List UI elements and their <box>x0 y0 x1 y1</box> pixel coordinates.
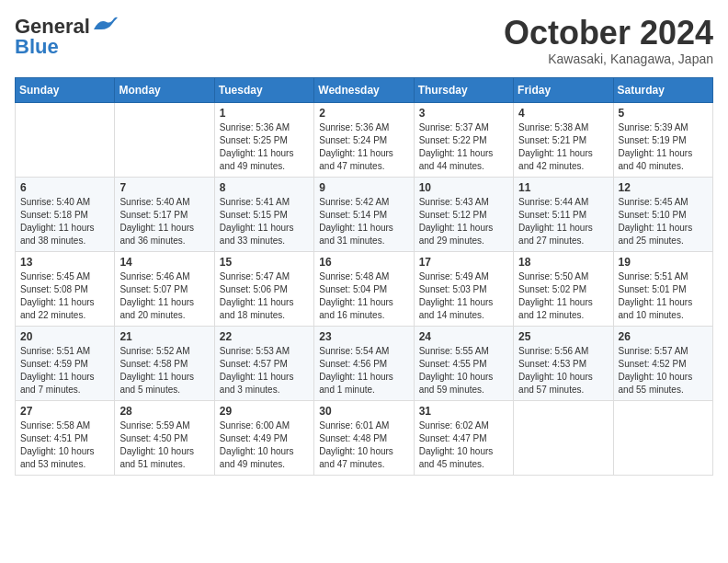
sunrise: Sunrise: 5:40 AM <box>20 197 90 207</box>
daylight: Daylight: 10 hours and 53 minutes. <box>20 446 95 469</box>
calendar-cell: 19Sunrise: 5:51 AMSunset: 5:01 PMDayligh… <box>613 251 712 326</box>
sunrise: Sunrise: 5:40 AM <box>119 197 189 207</box>
cell-content: Sunrise: 5:49 AMSunset: 5:03 PMDaylight:… <box>419 270 508 322</box>
calendar-cell: 4Sunrise: 5:38 AMSunset: 5:21 PMDaylight… <box>514 102 613 177</box>
sunset: Sunset: 4:59 PM <box>20 359 88 369</box>
sunrise: Sunrise: 5:39 AM <box>619 122 688 132</box>
daylight: Daylight: 11 hours and 36 minutes. <box>119 223 194 246</box>
location: Kawasaki, Kanagawa, Japan <box>504 52 713 66</box>
calendar-header-row: SundayMondayTuesdayWednesdayThursdayFrid… <box>16 77 713 102</box>
day-header-tuesday: Tuesday <box>214 77 313 102</box>
sunset: Sunset: 5:12 PM <box>419 210 487 220</box>
day-number: 2 <box>319 107 408 120</box>
sunset: Sunset: 4:49 PM <box>220 433 288 443</box>
calendar-cell: 22Sunrise: 5:53 AMSunset: 4:57 PMDayligh… <box>214 326 313 400</box>
day-number: 20 <box>20 330 109 343</box>
day-number: 13 <box>20 256 109 269</box>
cell-content: Sunrise: 6:00 AMSunset: 4:49 PMDaylight:… <box>220 419 309 471</box>
cell-content: Sunrise: 5:36 AMSunset: 5:25 PMDaylight:… <box>220 121 309 173</box>
calendar-cell: 28Sunrise: 5:59 AMSunset: 4:50 PMDayligh… <box>115 400 214 475</box>
day-number: 17 <box>419 256 508 269</box>
calendar-cell: 1Sunrise: 5:36 AMSunset: 5:25 PMDaylight… <box>214 102 313 177</box>
calendar-cell: 11Sunrise: 5:44 AMSunset: 5:11 PMDayligh… <box>514 177 613 251</box>
sunset: Sunset: 5:11 PM <box>518 210 586 220</box>
sunset: Sunset: 5:15 PM <box>220 210 288 220</box>
sunrise: Sunrise: 5:45 AM <box>20 271 90 282</box>
cell-content: Sunrise: 5:56 AMSunset: 4:53 PMDaylight:… <box>518 345 608 396</box>
calendar-cell: 26Sunrise: 5:57 AMSunset: 4:52 PMDayligh… <box>613 326 712 400</box>
calendar-week-row: 27Sunrise: 5:58 AMSunset: 4:51 PMDayligh… <box>16 400 713 475</box>
calendar-cell: 16Sunrise: 5:48 AMSunset: 5:04 PMDayligh… <box>314 251 414 326</box>
sunset: Sunset: 4:56 PM <box>319 359 387 369</box>
calendar-week-row: 1Sunrise: 5:36 AMSunset: 5:25 PMDaylight… <box>16 102 713 177</box>
calendar-cell: 14Sunrise: 5:46 AMSunset: 5:07 PMDayligh… <box>115 251 214 326</box>
sunrise: Sunrise: 5:45 AM <box>619 197 688 207</box>
sunset: Sunset: 4:53 PM <box>518 359 586 369</box>
daylight: Daylight: 11 hours and 10 minutes. <box>619 297 693 320</box>
sunset: Sunset: 5:24 PM <box>319 135 387 145</box>
daylight: Daylight: 11 hours and 33 minutes. <box>220 223 294 246</box>
daylight: Daylight: 10 hours and 47 minutes. <box>319 446 393 469</box>
day-number: 5 <box>619 107 708 120</box>
day-number: 19 <box>619 256 708 269</box>
calendar-cell: 7Sunrise: 5:40 AMSunset: 5:17 PMDaylight… <box>115 177 214 251</box>
sunrise: Sunrise: 5:49 AM <box>419 271 489 282</box>
daylight: Daylight: 10 hours and 51 minutes. <box>119 446 194 469</box>
day-number: 28 <box>119 405 209 418</box>
calendar-cell <box>514 400 613 475</box>
month-title: October 2024 <box>504 15 713 52</box>
sunrise: Sunrise: 5:50 AM <box>518 271 588 282</box>
sunset: Sunset: 5:18 PM <box>20 210 88 220</box>
day-number: 8 <box>220 181 309 194</box>
calendar-cell: 17Sunrise: 5:49 AMSunset: 5:03 PMDayligh… <box>414 251 513 326</box>
daylight: Daylight: 11 hours and 3 minutes. <box>220 372 294 395</box>
cell-content: Sunrise: 5:40 AMSunset: 5:17 PMDaylight:… <box>119 196 209 247</box>
daylight: Daylight: 11 hours and 44 minutes. <box>419 148 494 171</box>
daylight: Daylight: 11 hours and 14 minutes. <box>419 297 494 320</box>
daylight: Daylight: 10 hours and 57 minutes. <box>518 372 593 395</box>
daylight: Daylight: 11 hours and 29 minutes. <box>419 223 494 246</box>
sunrise: Sunrise: 6:00 AM <box>220 420 290 431</box>
daylight: Daylight: 11 hours and 38 minutes. <box>20 223 95 246</box>
day-number: 3 <box>419 107 508 120</box>
sunset: Sunset: 4:51 PM <box>20 433 88 443</box>
sunrise: Sunrise: 5:52 AM <box>119 346 189 356</box>
day-header-wednesday: Wednesday <box>314 77 414 102</box>
daylight: Daylight: 11 hours and 20 minutes. <box>119 297 194 320</box>
cell-content: Sunrise: 5:42 AMSunset: 5:14 PMDaylight:… <box>319 196 408 247</box>
sunset: Sunset: 4:55 PM <box>419 359 487 369</box>
sunset: Sunset: 5:02 PM <box>518 284 586 294</box>
sunrise: Sunrise: 5:37 AM <box>419 122 489 132</box>
calendar: SundayMondayTuesdayWednesdayThursdayFrid… <box>15 77 713 476</box>
calendar-cell: 8Sunrise: 5:41 AMSunset: 5:15 PMDaylight… <box>214 177 313 251</box>
cell-content: Sunrise: 5:38 AMSunset: 5:21 PMDaylight:… <box>518 121 608 173</box>
cell-content: Sunrise: 5:48 AMSunset: 5:04 PMDaylight:… <box>319 270 408 322</box>
daylight: Daylight: 11 hours and 5 minutes. <box>119 372 194 395</box>
calendar-cell: 10Sunrise: 5:43 AMSunset: 5:12 PMDayligh… <box>414 177 513 251</box>
cell-content: Sunrise: 5:43 AMSunset: 5:12 PMDaylight:… <box>419 196 508 247</box>
sunset: Sunset: 4:48 PM <box>319 433 387 443</box>
cell-content: Sunrise: 5:51 AMSunset: 4:59 PMDaylight:… <box>20 345 109 396</box>
sunset: Sunset: 5:03 PM <box>419 284 487 294</box>
daylight: Daylight: 11 hours and 47 minutes. <box>319 148 393 171</box>
calendar-cell: 30Sunrise: 6:01 AMSunset: 4:48 PMDayligh… <box>314 400 414 475</box>
day-header-monday: Monday <box>115 77 214 102</box>
calendar-cell: 12Sunrise: 5:45 AMSunset: 5:10 PMDayligh… <box>613 177 712 251</box>
sunset: Sunset: 5:22 PM <box>419 135 487 145</box>
cell-content: Sunrise: 5:37 AMSunset: 5:22 PMDaylight:… <box>419 121 508 173</box>
sunset: Sunset: 5:06 PM <box>220 284 288 294</box>
calendar-cell: 5Sunrise: 5:39 AMSunset: 5:19 PMDaylight… <box>613 102 712 177</box>
sunset: Sunset: 5:08 PM <box>20 284 88 294</box>
day-number: 31 <box>419 405 508 418</box>
calendar-cell <box>613 400 712 475</box>
daylight: Daylight: 11 hours and 1 minute. <box>319 372 393 395</box>
title-block: October 2024 Kawasaki, Kanagawa, Japan <box>504 15 713 66</box>
day-number: 18 <box>518 256 608 269</box>
sunrise: Sunrise: 5:36 AM <box>319 122 389 132</box>
cell-content: Sunrise: 5:53 AMSunset: 4:57 PMDaylight:… <box>220 345 309 396</box>
cell-content: Sunrise: 5:47 AMSunset: 5:06 PMDaylight:… <box>220 270 309 322</box>
calendar-cell: 24Sunrise: 5:55 AMSunset: 4:55 PMDayligh… <box>414 326 513 400</box>
sunrise: Sunrise: 5:51 AM <box>619 271 688 282</box>
cell-content: Sunrise: 5:58 AMSunset: 4:51 PMDaylight:… <box>20 419 109 471</box>
sunrise: Sunrise: 5:58 AM <box>20 420 90 431</box>
